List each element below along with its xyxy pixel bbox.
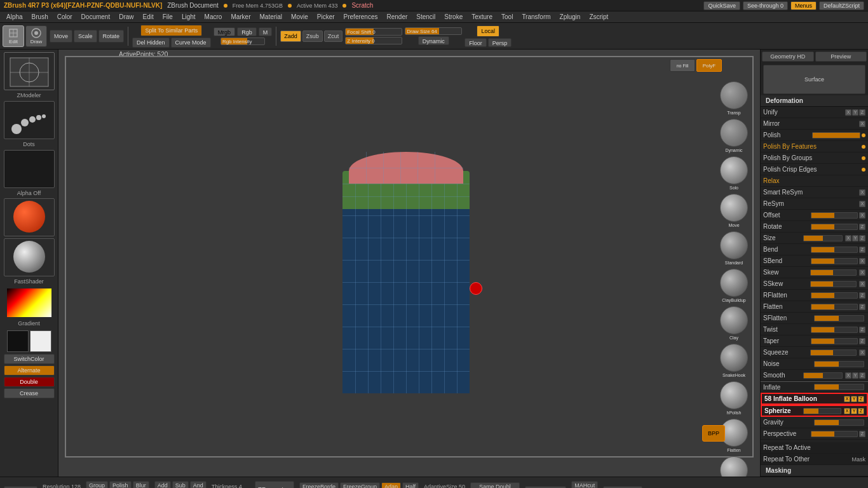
menu-brush[interactable]: Brush [28,13,52,21]
offset-slider[interactable] [811,212,858,219]
rotate-slider[interactable] [811,224,858,230]
bpp-button[interactable]: BPP [702,425,725,442]
nofill-button[interactable]: no Fill [670,59,695,72]
zintensity-slider[interactable]: Z Intensity 0 [345,37,402,44]
zmodeler-thumb[interactable] [4,52,55,90]
x-icon[interactable]: X [845,109,851,116]
edit-button[interactable]: Edit [3,25,24,47]
color-white[interactable] [30,330,51,352]
menu-texture[interactable]: Texture [468,13,496,21]
relax-item[interactable]: Relax [761,175,868,187]
m-button[interactable]: M [259,27,273,36]
use-polypaint-button[interactable]: Use Polypaint [525,486,567,489]
perspective-item[interactable]: Perspective Z [761,428,868,440]
rflatten-slider[interactable] [811,292,858,299]
adap-button[interactable]: Adap [381,482,401,489]
mirror-item[interactable]: Mirror X [761,118,868,130]
spherize-item[interactable]: Spherize X Y Z [761,405,868,417]
group-button[interactable]: Group [86,481,108,489]
polish-crisp-edges-item[interactable]: Polish Crisp Edges [761,164,868,175]
resym-item[interactable]: ReSym X [761,198,868,210]
local-button[interactable]: Local [477,25,499,37]
smooth-slider[interactable] [803,372,843,379]
smart-resym-item[interactable]: Smart ReSym X [761,187,868,198]
focal-slider[interactable]: Focal Shift 0 [345,28,402,36]
transp-btn[interactable]: Transp [717,81,750,115]
freeze-group-button[interactable]: FreezeGroup [340,482,380,489]
menu-zscript[interactable]: Zscript [585,13,612,21]
dynamic-sphere-btn[interactable]: Dynamic [717,119,750,152]
menu-preferences[interactable]: Preferences [340,13,382,21]
preview-button[interactable]: Preview [815,51,867,62]
fastshader-thumb[interactable] [4,238,55,276]
gravity-item[interactable]: Gravity [761,417,868,428]
standard-btn[interactable]: Standard [717,231,750,265]
rgb-button[interactable]: Rgb [237,27,257,36]
menu-material[interactable]: Material [256,13,287,21]
bend-item[interactable]: Bend Z [761,244,868,255]
menu-picker[interactable]: Picker [313,13,339,21]
menu-marker[interactable]: Marker [227,13,254,21]
polish-bar-button[interactable]: Polish [109,481,132,489]
menu-tool[interactable]: Tool [498,13,517,21]
menu-transform[interactable]: Transform [518,13,554,21]
blur-button[interactable]: Blur [133,481,149,489]
dots-thumb[interactable] [4,101,55,139]
skew-slider[interactable] [810,269,857,276]
polish-slider[interactable] [812,132,861,139]
dynamesh-button[interactable]: DynaMesh [4,486,37,489]
zcut-button[interactable]: Zcut [324,30,343,42]
material-thumb[interactable] [4,198,55,236]
menus-button[interactable]: Menus [790,1,817,10]
zremesher-button[interactable]: ZRemesher [255,481,294,489]
z-icon[interactable]: Z [859,109,865,116]
mrgb-button[interactable]: Mrgb [214,27,236,36]
draw-button[interactable]: Draw [25,25,47,47]
seethrough-button[interactable]: See-through 0 [743,1,788,10]
geometry-hd-button[interactable]: Geometry HD [762,51,814,62]
squeeze-slider[interactable] [810,349,857,356]
snakehook-btn[interactable]: SnakeHook [717,344,750,377]
same-doubl-button[interactable]: Same Doubl [470,482,520,489]
zadd-button[interactable]: Zadd [280,30,301,42]
noise-slider[interactable] [814,361,865,367]
switchcolor-button[interactable]: SwitchColor [4,354,55,364]
freeze-border-button[interactable]: FreezeBorde [299,482,339,489]
del-hidden-button[interactable]: Del Hidden [132,37,170,48]
rflatten-item[interactable]: RFlatten Z [761,290,868,301]
add-button[interactable]: Add [154,481,171,489]
skew-item[interactable]: Skew X [761,267,868,278]
flatten-slider[interactable] [811,304,858,310]
polish-by-features-item[interactable]: Polish By Features [761,141,868,152]
double-button[interactable]: Double [4,377,55,387]
size-item[interactable]: Size X Y Z [761,233,868,244]
twist-item[interactable]: Twist Z [761,324,868,336]
move-sphere-btn[interactable]: Move [717,194,750,227]
menu-light[interactable]: Light [178,13,200,21]
inflate-balloon-item[interactable]: 58 Inflate Balloon X Y Z [761,393,868,405]
hpolish-btn[interactable]: hPolish [717,381,750,415]
sflatten-slider[interactable] [814,315,865,322]
perspective-slider[interactable] [811,431,858,437]
squeeze-item[interactable]: Squeeze X [761,347,868,358]
spherize-slider[interactable] [803,408,842,414]
deformation-title[interactable]: Deformation [761,95,868,107]
half-button[interactable]: Half [402,482,419,489]
repeat-to-other-item[interactable]: Repeat To Other Mask [761,454,868,465]
dynamic-button[interactable]: Dynamic [418,36,449,45]
unify-item[interactable]: Unify X Y Z [761,107,868,118]
menu-alpha[interactable]: Alpha [3,13,27,21]
masking-title[interactable]: Masking [761,465,868,477]
menu-stencil[interactable]: Stencil [412,13,439,21]
x-icon[interactable]: X [859,121,865,127]
sskew-slider[interactable] [810,281,857,287]
menu-color[interactable]: Color [53,13,76,21]
polyf-button[interactable]: PolyF [696,59,722,72]
quicksave-button[interactable]: QuickSave [703,1,740,10]
defaultzscript-button[interactable]: DefaultZScript [819,1,864,10]
rgb-slider[interactable]: Rgb Intensity [220,37,265,45]
taper-slider[interactable] [811,338,858,344]
color-black[interactable] [7,330,29,352]
menu-document[interactable]: Document [78,13,114,21]
drawsize-slider[interactable]: Draw Size 64 [405,27,462,35]
